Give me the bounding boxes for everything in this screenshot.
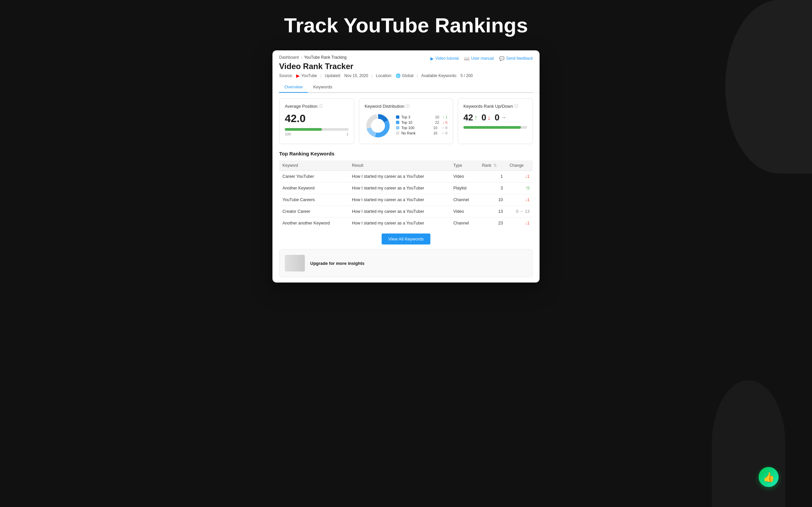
cell-rank: 3 [478, 182, 506, 194]
kd-legend: Top 3 10 ↑ 1 Top 10 22 ↓ 5 Top 100 [396, 115, 447, 136]
legend-count-norank: 16 [434, 131, 438, 135]
rank-updown-info-icon[interactable]: ⓘ [514, 103, 518, 109]
keyword-distribution-title: Keyword Distribution ⓘ [365, 103, 447, 109]
breadcrumb-home[interactable]: Dashboard [279, 55, 299, 60]
rank-updown-card: Keywords Rank Up/Down ⓘ 42 ↑ 0 ↓ 0 → [458, 98, 533, 144]
avg-position-progress-labels: 100 1 [285, 132, 349, 136]
location-value: Global [402, 73, 414, 78]
location-value-container: 🌐 Global [396, 73, 414, 78]
view-all-keywords-button[interactable]: View All Keywords [382, 233, 430, 244]
cell-change: ↓1 [506, 171, 533, 182]
tabs: Overview Keywords [279, 82, 533, 93]
rank-updown-title: Keywords Rank Up/Down ⓘ [463, 103, 527, 109]
cell-rank: 23 [478, 218, 506, 229]
keyword-distribution-card: Keyword Distribution ⓘ [359, 98, 453, 144]
breadcrumb: Dashboard › YouTube Rank Tracking [279, 55, 347, 60]
change-down-icon: ↓1 [525, 221, 529, 225]
legend-change-top3: ↑ 1 [442, 115, 447, 119]
cell-result: How I started my career as a YouTuber [349, 218, 450, 229]
keywords-table: Keyword Result Type Rank ⇅ Change Career… [279, 160, 533, 229]
cell-type: Channel [450, 218, 479, 229]
cell-change: ↓1 [506, 218, 533, 229]
rank-neutral-arrow: → [501, 114, 507, 121]
change-up-icon: ↑5 [525, 186, 529, 190]
tab-overview[interactable]: Overview [279, 82, 308, 93]
rank-updown-values: 42 ↑ 0 ↓ 0 → [463, 112, 527, 123]
section-title: Top Ranking Keywords [279, 151, 533, 157]
change-neutral-icon: 0 → 13 [516, 209, 529, 214]
legend-dot-top3 [396, 115, 399, 119]
legend-dot-top10 [396, 121, 399, 124]
source-value: YouTube [301, 73, 317, 78]
table-row: Another another Keyword How I started my… [279, 218, 533, 229]
cell-type: Video [450, 171, 479, 182]
app-header: Dashboard › YouTube Rank Tracking ▶ Vide… [272, 50, 540, 93]
cell-change: ↑5 [506, 182, 533, 194]
video-tutorial-button[interactable]: ▶ Video tutorial [430, 56, 459, 61]
cell-keyword: YouTube Careers [279, 194, 349, 206]
rank-progress-bar [463, 126, 527, 129]
change-down-icon: ↓1 [525, 174, 529, 179]
send-feedback-label: Send feedback [506, 56, 533, 61]
change-down-icon: ↓1 [525, 198, 529, 202]
source-value-container: ▶ YouTube [296, 73, 317, 78]
legend-dot-norank [396, 131, 399, 135]
legend-change-norank: → 0 [441, 131, 447, 135]
cell-type: Video [450, 206, 479, 218]
col-change: Change [506, 160, 533, 171]
keyword-dist-info-icon[interactable]: ⓘ [406, 103, 410, 109]
thumbs-up-button[interactable]: 👍 [759, 467, 778, 487]
globe-icon: 🌐 [396, 73, 401, 78]
send-feedback-button[interactable]: 💬 Send feedback [499, 56, 533, 61]
cell-type: Playlist [450, 182, 479, 194]
cell-rank: 13 [478, 206, 506, 218]
sort-icon: ⇅ [494, 163, 497, 168]
keywords-label: Available Keywords: [421, 73, 457, 78]
table-header-row: Keyword Result Type Rank ⇅ Change [279, 160, 533, 171]
avg-position-progress-bar [285, 128, 349, 131]
avg-position-title: Average Position ⓘ [285, 103, 349, 109]
table-row: YouTube Careers How I started my career … [279, 194, 533, 206]
col-rank[interactable]: Rank ⇅ [478, 160, 506, 171]
breadcrumb-separator: › [301, 55, 302, 60]
rank-down-value: 0 ↓ [481, 112, 491, 123]
col-result: Result [349, 160, 450, 171]
cards-row: Average Position ⓘ 42.0 100 1 Keyword Di… [279, 98, 533, 144]
page-title: Video Rank Tracker [279, 62, 533, 71]
tab-keywords[interactable]: Keywords [308, 82, 338, 93]
legend-change-top100: → 0 [441, 126, 447, 130]
donut-svg [365, 112, 391, 139]
meta-row: Source: ▶ YouTube | Updated: Nov 15, 202… [279, 73, 533, 78]
cell-keyword: Another Keyword [279, 182, 349, 194]
col-type: Type [450, 160, 479, 171]
cell-change: ↓1 [506, 194, 533, 206]
app-content: Average Position ⓘ 42.0 100 1 Keyword Di… [272, 93, 540, 283]
video-tutorial-label: Video tutorial [436, 56, 459, 61]
avg-position-info-icon[interactable]: ⓘ [319, 103, 323, 109]
user-manual-button[interactable]: 📖 User manual [464, 56, 494, 61]
cell-result: How I started my career as a YouTuber [349, 194, 450, 206]
upgrade-chart-placeholder [285, 255, 305, 272]
youtube-icon: ▶ [296, 73, 300, 78]
cell-result: How I started my career as a YouTuber [349, 182, 450, 194]
donut-center [371, 119, 385, 132]
updated-value: Nov 15, 2020 [344, 73, 368, 78]
legend-count-top10: 22 [435, 120, 439, 124]
meta-sep-2: | [372, 73, 372, 78]
thumbs-widget[interactable]: 👍 [759, 467, 778, 487]
avg-position-value: 42.0 [285, 112, 349, 125]
chat-icon: 💬 [499, 56, 505, 61]
cell-result: How I started my career as a YouTuber [349, 171, 450, 182]
keywords-value: 5 / 200 [460, 73, 473, 78]
cell-rank: 10 [478, 194, 506, 206]
cell-keyword: Career YouTuber [279, 171, 349, 182]
legend-label-top100: Top 100 [401, 126, 432, 130]
legend-top3: Top 3 10 ↑ 1 [396, 115, 447, 119]
legend-top10: Top 10 22 ↓ 5 [396, 120, 447, 124]
app-window: Dashboard › YouTube Rank Tracking ▶ Vide… [272, 50, 540, 283]
play-icon: ▶ [430, 56, 434, 61]
book-icon: 📖 [464, 56, 469, 61]
rank-up-arrow: ↑ [474, 114, 477, 121]
legend-count-top100: 10 [434, 126, 438, 130]
cell-rank: 1 [478, 171, 506, 182]
